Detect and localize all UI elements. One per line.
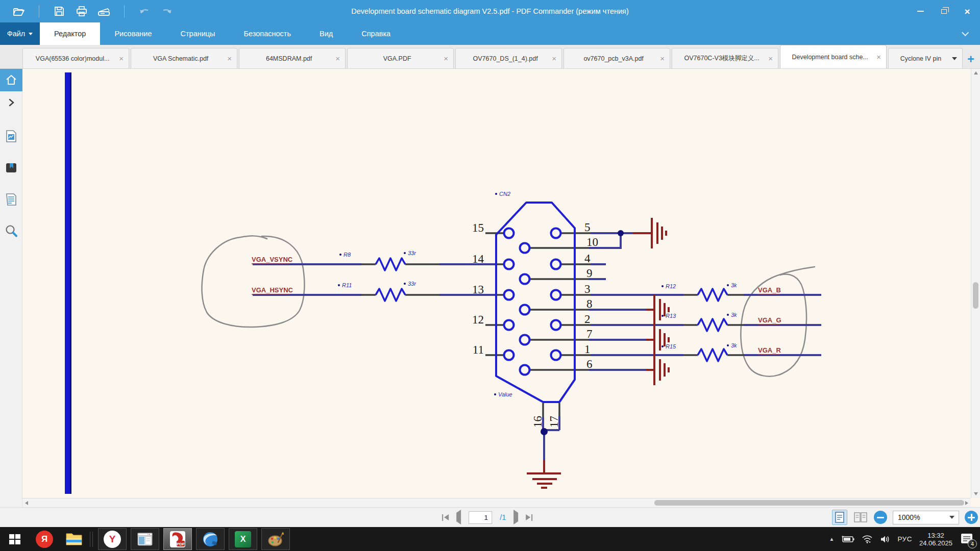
horizontal-scrollbar[interactable] (22, 498, 971, 507)
taskbar-file-explorer[interactable] (59, 527, 89, 551)
menu-item-help[interactable]: Справка (347, 22, 405, 45)
tab-vga-pdf[interactable]: VGA.PDF× (347, 48, 454, 68)
svg-text:6: 6 (586, 358, 593, 370)
page-navigation: /1 (442, 508, 532, 527)
sidebar-item-search[interactable] (0, 220, 22, 242)
taskbar-paint-app[interactable] (261, 528, 290, 550)
page-count-label: /1 (500, 513, 506, 521)
blue-sphere-icon (202, 531, 219, 548)
language-indicator[interactable]: РУС (897, 535, 912, 543)
sidebar-item-bookmarks[interactable] (0, 157, 22, 179)
menu-item-view[interactable]: Вид (305, 22, 347, 45)
resistor-r13 (698, 319, 727, 331)
taskbar-window-app[interactable] (131, 528, 159, 550)
taskbar-blue-sphere-app[interactable] (196, 528, 225, 550)
page-number-input[interactable] (469, 511, 492, 524)
sidebar-item-home[interactable] (0, 69, 22, 91)
svg-text:33r: 33r (408, 250, 416, 256)
close-button[interactable]: × (960, 4, 975, 19)
tab-vga-schematic[interactable]: VGA Schematic.pdf× (131, 48, 237, 68)
hidden-icons-button[interactable]: ▲ (829, 536, 834, 542)
tab-close-icon[interactable]: × (552, 54, 556, 63)
plus-icon (971, 514, 972, 521)
open-file-button[interactable] (11, 4, 27, 19)
start-button[interactable] (0, 527, 30, 551)
tab-development-board[interactable]: Development board sche...× (780, 45, 887, 68)
previous-page-button[interactable] (456, 513, 461, 522)
scroll-down-arrow[interactable] (974, 492, 978, 495)
restore-button[interactable] (936, 4, 951, 19)
annotation-circle-left (202, 236, 304, 327)
menu-item-pages[interactable]: Страницы (166, 22, 229, 45)
tab-vga-65536[interactable]: VGA(65536 color)modul...× (22, 48, 129, 68)
undo-button[interactable] (137, 4, 152, 19)
scroll-left-arrow[interactable] (25, 501, 28, 505)
tab-close-icon[interactable]: × (227, 54, 232, 63)
zoom-level-select[interactable]: 1000% (893, 511, 959, 524)
tab-close-icon[interactable]: × (660, 54, 665, 63)
scan-button[interactable] (96, 4, 112, 19)
next-page-button[interactable] (513, 513, 518, 522)
two-page-view-button[interactable] (853, 510, 868, 525)
tab-ov7670c-v3[interactable]: OV7670C-V3模块脚定义...× (672, 48, 778, 68)
net-label-vga-r: VGA_R (758, 346, 781, 354)
vertical-scroll-thumb[interactable] (973, 282, 978, 309)
tab-dropdown-icon[interactable] (952, 57, 957, 60)
redo-button[interactable] (159, 4, 175, 19)
pdf-commander-window: Development board schematic diagram V2.5… (0, 0, 980, 551)
svg-text:2: 2 (584, 313, 591, 325)
wifi-icon[interactable] (862, 535, 873, 543)
page-thumbnails-icon (5, 130, 18, 143)
taskbar-excel[interactable]: X (229, 528, 257, 550)
menu-item-drawing[interactable]: Рисование (100, 22, 166, 45)
sidebar-expand-button[interactable] (0, 91, 22, 114)
two-page-icon (853, 511, 868, 523)
zoom-in-button[interactable] (965, 511, 978, 524)
system-tray: ▲ РУС 13:32 24.06.2025 4 (829, 532, 980, 547)
save-button[interactable] (52, 4, 67, 19)
tab-ov7670-pcb[interactable]: ov7670_pcb_v3A.pdf× (564, 48, 670, 68)
menu-item-editor[interactable]: Редактор (40, 22, 100, 45)
svg-text:33r: 33r (408, 281, 416, 287)
ribbon-collapse-button[interactable] (962, 22, 967, 45)
battery-icon[interactable] (841, 536, 854, 543)
taskbar-clock[interactable]: 13:32 24.06.2025 (919, 532, 952, 547)
tab-close-icon[interactable]: × (119, 54, 124, 63)
zoom-out-button[interactable] (874, 511, 887, 524)
tab-64msdram[interactable]: 64MSDRAM.pdf× (239, 48, 346, 68)
tab-close-icon[interactable]: × (444, 54, 448, 63)
svg-text:5: 5 (584, 221, 591, 234)
single-page-view-button[interactable] (832, 510, 847, 525)
taskbar-pdf-commander[interactable]: PDF (163, 528, 192, 550)
tab-close-icon[interactable]: × (335, 54, 340, 63)
svg-text:4: 4 (584, 252, 591, 265)
tab-ov7670-ds[interactable]: OV7670_DS_(1_4).pdf× (455, 48, 562, 68)
minimize-button[interactable] (913, 4, 928, 19)
vertical-scrollbar[interactable] (971, 69, 980, 498)
last-page-button[interactable] (526, 514, 532, 521)
caret-down-icon (29, 33, 33, 35)
app-window-icon (137, 532, 153, 546)
menu-file-button[interactable]: Файл (0, 22, 40, 45)
tab-close-icon[interactable]: × (768, 54, 773, 63)
menu-item-security[interactable]: Безопасность (230, 22, 306, 45)
pdf-commander-icon: PDF (169, 531, 186, 548)
resistor-r15 (698, 349, 727, 361)
scroll-up-arrow[interactable] (974, 71, 978, 74)
taskbar-yandex-app[interactable]: Y (98, 528, 127, 550)
first-page-button[interactable] (442, 514, 449, 521)
notification-center-button[interactable]: 4 (960, 532, 975, 547)
volume-icon[interactable] (880, 535, 890, 544)
print-button[interactable] (74, 4, 89, 19)
tab-cyclone-iv[interactable]: Cyclone IV pin (888, 48, 963, 68)
horizontal-scroll-thumb[interactable] (654, 500, 964, 506)
windows-taskbar: Я Y PDF X ▲ РУС 13:32 24.06.2025 (0, 527, 980, 551)
sidebar-item-annotations[interactable] (0, 188, 22, 211)
scroll-right-arrow[interactable] (965, 501, 968, 505)
schematic-canvas: 15 14 13 12 11 5 4 3 2 1 10 9 8 7 6 16 1 (22, 69, 970, 498)
status-bar: /1 1000% (0, 507, 980, 527)
new-tab-button[interactable]: + (967, 53, 974, 65)
taskbar-yandex-browser[interactable]: Я (30, 527, 59, 551)
sidebar-item-thumbnails[interactable] (0, 125, 22, 147)
tab-close-icon[interactable]: × (876, 53, 881, 61)
